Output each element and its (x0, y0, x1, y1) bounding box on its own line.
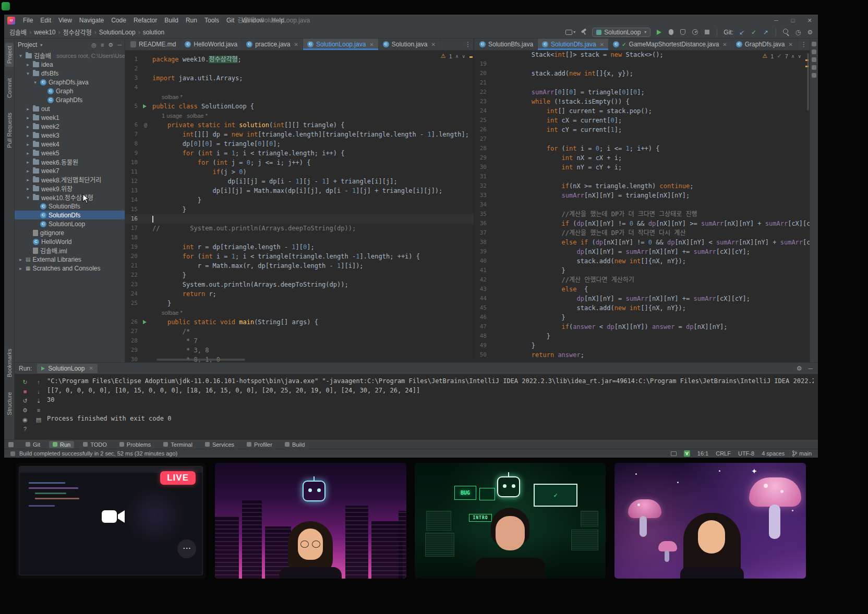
video-tile-participant-2[interactable]: BUG ✓ INTRO (415, 463, 606, 579)
code-line[interactable]: 19 (474, 59, 810, 69)
code-line[interactable]: 11 if(j > 0) (125, 167, 474, 177)
tree-item-Graph[interactable]: CGraph (15, 87, 125, 95)
tree-toggle-icon[interactable]: ▸ (25, 124, 31, 129)
restore-layout-icon[interactable]: ↺ (21, 397, 29, 405)
settings-icon[interactable]: ⚙ (21, 407, 29, 414)
tool-strip-icon[interactable] (812, 57, 816, 62)
tab-GameMapShortestDistance.java[interactable]: C✓GameMapShortestDistance.java✕ (609, 39, 732, 50)
console-line[interactable] (47, 404, 814, 414)
hide-panel-icon[interactable]: ─ (808, 363, 813, 374)
panel-settings-icon[interactable]: ⚙ (108, 42, 113, 48)
tree-item-week6.동물원[interactable]: ▸week6.동물원 (15, 157, 125, 166)
tool-stripe-commit[interactable]: Commit (5, 75, 14, 101)
toolwindow-button-git[interactable]: Git (22, 441, 44, 448)
tree-toggle-icon[interactable]: ▸ (25, 62, 31, 67)
tool-stripe-structure[interactable]: Structure (5, 389, 14, 419)
tree-item-week9.위장[interactable]: ▸week9.위장 (15, 184, 125, 193)
console-line[interactable]: Process finished with exit code 0 (47, 414, 814, 423)
close-tab-icon[interactable]: ✕ (722, 42, 727, 47)
code-area[interactable]: Stack<int[]> stack = new Stack<>();1920 … (474, 51, 810, 362)
menu-item-run[interactable]: Run (182, 15, 201, 26)
code-line[interactable]: 17// System.out.println(Arrays.deepToStr… (125, 224, 474, 233)
menu-item-code[interactable]: Code (107, 15, 130, 26)
tool-window-switcher-icon[interactable] (8, 442, 14, 447)
tool-stripe-project[interactable]: Project (5, 43, 14, 67)
code-line[interactable]: 46 } (474, 313, 810, 322)
code-line[interactable]: 14 } (125, 195, 474, 205)
code-line[interactable]: 27 /* (125, 327, 474, 336)
tree-toggle-icon[interactable]: ▸ (25, 151, 31, 156)
prev-issue-icon[interactable]: ∧ (791, 54, 795, 59)
code-line[interactable]: 41 } (474, 266, 810, 275)
close-tab-icon[interactable]: ✕ (369, 42, 373, 47)
tree-toggle-icon[interactable]: ▸ (25, 115, 31, 120)
tab-options-icon[interactable]: ⋮ (465, 39, 471, 51)
video-tile-participant-1[interactable] (215, 463, 406, 579)
toolwindow-button-terminal[interactable]: Terminal (160, 441, 196, 448)
run-tab[interactable]: SolutionLoop ✕ (37, 364, 97, 373)
tree-item-External Libraries[interactable]: ▸▤External Libraries (15, 255, 125, 264)
code-line[interactable]: 6@ private static int solution(int[][] t… (125, 120, 474, 130)
breadcrumb-item[interactable]: 김솔배 (8, 28, 28, 36)
menu-item-build[interactable]: Build (161, 15, 182, 26)
close-tab-icon[interactable]: ✕ (600, 42, 604, 47)
tree-item-김솔배.iml[interactable]: 김솔배.iml (15, 246, 125, 255)
tree-item-week1[interactable]: ▸week1 (15, 113, 125, 122)
camera-button[interactable] (101, 506, 126, 527)
code-line[interactable]: 24 int[] current = stack.pop(); (474, 106, 810, 116)
tree-item-week3[interactable]: ▸week3 (15, 131, 125, 140)
code-line[interactable]: 21 (474, 78, 810, 88)
code-line[interactable]: 47 if(answer < dp[nX][nY]) answer = dp[n… (474, 322, 810, 331)
scroll-end-icon[interactable]: ⇣ (34, 397, 43, 405)
code-line[interactable]: 1package week10.정수삼각형; (125, 55, 474, 64)
tree-toggle-icon[interactable]: ▸ (25, 186, 31, 191)
pin-icon[interactable]: ◉ (21, 416, 29, 424)
code-line[interactable]: 32 if(nX >= triangle.length) continue; (474, 181, 810, 191)
code-line[interactable]: 23 while (!stack.isEmpty()) { (474, 97, 810, 106)
tree-toggle-icon[interactable]: ▸ (18, 266, 23, 271)
git-push-icon[interactable]: ↗ (762, 28, 769, 36)
code-line[interactable]: 39 dp[nX][nY] = sumArr[nX][nY] += sumArr… (474, 247, 810, 256)
code-line[interactable]: 26 public static void main(String[] args… (125, 317, 474, 327)
code-line[interactable]: 45 stack.add(new int[]{nX, nY}); (474, 303, 810, 313)
code-line[interactable]: 31 (474, 172, 810, 181)
tree-item-gitignore[interactable]: gitignore (15, 228, 125, 237)
code-line[interactable]: 27 (474, 134, 810, 144)
inlay-hint[interactable]: solbae * (125, 92, 474, 102)
indent-setting[interactable]: 4 spaces (762, 450, 785, 457)
caret-position[interactable]: 16:1 (697, 450, 708, 457)
code-line[interactable]: 22 sumArr[0][0] = triangle[0][0]; (474, 88, 810, 97)
tree-item-week7[interactable]: ▸week7 (15, 166, 125, 175)
menu-item-git[interactable]: Git (223, 15, 238, 26)
code-line[interactable]: 2 (125, 64, 474, 73)
profiler-button[interactable] (691, 28, 698, 36)
code-line[interactable]: 22 } (125, 271, 474, 280)
git-branch-widget[interactable]: main (792, 450, 812, 457)
breadcrumb-item[interactable]: week10 (33, 29, 56, 36)
code-line[interactable]: 15 } (125, 205, 474, 214)
code-line[interactable]: 7 int[][] dp = new int[triangle.length][… (125, 130, 474, 139)
code-line[interactable]: 43 else { (474, 285, 810, 294)
rerun-icon[interactable]: ↻ (21, 378, 29, 386)
toolwindow-button-run[interactable]: Run (49, 441, 74, 448)
toolwindow-button-build[interactable]: Build (281, 441, 308, 448)
code-line[interactable]: 25 int cX = current[0]; (474, 116, 810, 125)
run-gutter-icon[interactable] (143, 320, 147, 324)
code-line[interactable]: 36 if (dp[nX][nY] != 0 && dp[nX][nY] >= … (474, 219, 810, 228)
code-line[interactable]: 21 r = Math.max(r, dp[triangle.length - … (125, 261, 474, 271)
code-line[interactable]: 50 return answer; (474, 350, 810, 360)
project-panel-header[interactable]: Project ▾ ◎ ≡ ⚙ ─ (15, 39, 125, 51)
menu-item-view[interactable]: View (55, 15, 76, 26)
tab-options-icon[interactable]: ⋮ (801, 39, 807, 51)
tree-item-idea[interactable]: ▸idea (15, 60, 125, 69)
tree-item-week2[interactable]: ▸week2 (15, 122, 125, 131)
tree-item-SolutionBfs[interactable]: CSolutionBfs (15, 202, 125, 211)
code-line[interactable]: 38 else if (dp[nX][nY] != 0 && dp[nX][nY… (474, 238, 810, 247)
tree-toggle-icon[interactable]: ▾ (25, 71, 31, 76)
minimize-button[interactable]: ─ (768, 15, 785, 26)
tree-toggle-icon[interactable]: ▸ (25, 133, 31, 138)
toolwindow-button-services[interactable]: Services (201, 441, 238, 448)
locate-file-icon[interactable]: ◎ (91, 42, 97, 48)
code-line[interactable]: 10 for (int j = 0; j <= i; j++) { (125, 158, 474, 167)
tree-item-Scratches and Consoles[interactable]: ▸▦Scratches and Consoles (15, 264, 125, 273)
